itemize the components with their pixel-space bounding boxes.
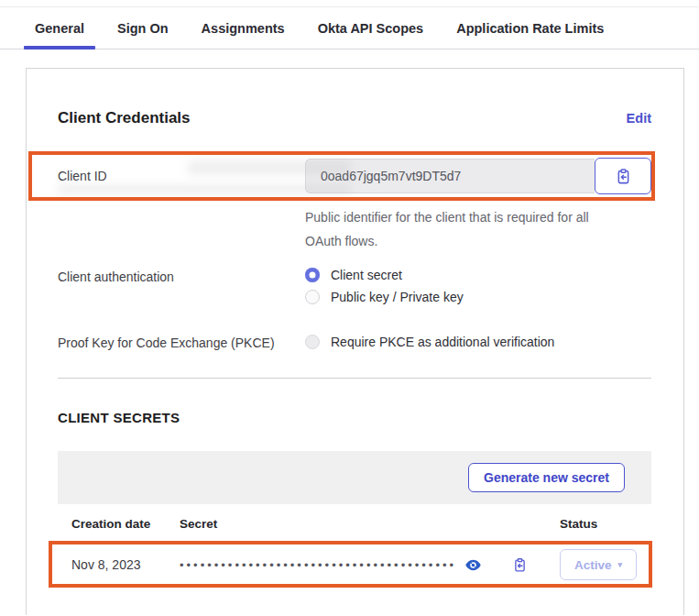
pkce-checkbox-option[interactable]: Require PKCE as additional verification	[305, 334, 554, 350]
caret-down-icon: ▾	[618, 560, 623, 569]
status-cell: Active ▾	[560, 549, 651, 580]
radio-selected-icon[interactable]	[305, 268, 320, 282]
reveal-secret-button[interactable]	[465, 559, 481, 571]
radio-unselected-icon[interactable]	[305, 290, 320, 304]
pkce-option-label: Require PKCE as additional verification	[331, 335, 554, 349]
section-divider	[58, 378, 651, 379]
status-dropdown-button[interactable]: Active ▾	[560, 549, 637, 580]
clipboard-copy-icon	[615, 168, 632, 185]
header-status: Status	[560, 517, 651, 531]
client-id-help-text: Public identifier for the client that is…	[305, 205, 628, 253]
header-secret: Secret	[180, 517, 560, 531]
table-row: Nov 8, 2023 ••••••••••••••••••••••••••••…	[58, 544, 651, 586]
client-credentials-header: Client Credentials Edit	[58, 109, 651, 127]
tab-assignments[interactable]: Assignments	[191, 21, 296, 49]
tab-sign-on[interactable]: Sign On	[106, 21, 180, 49]
pkce-row: Proof Key for Code Exchange (PKCE) Requi…	[58, 334, 651, 350]
edit-link[interactable]: Edit	[627, 111, 651, 126]
secret-creation-date: Nov 8, 2023	[71, 557, 180, 572]
client-authentication-row: Client authentication Client secret Publ…	[58, 268, 651, 304]
copy-secret-button[interactable]	[512, 557, 528, 573]
client-secrets-toolbar: Generate new secret	[58, 451, 651, 504]
client-authentication-label: Client authentication	[58, 270, 305, 304]
pkce-label: Proof Key for Code Exchange (PKCE)	[58, 336, 305, 350]
status-label: Active	[574, 558, 612, 572]
clipboard-copy-icon	[512, 557, 528, 573]
radio-public-private-key[interactable]: Public key / Private key	[305, 290, 464, 304]
app-tabbar: General Sign On Assignments Okta API Sco…	[0, 7, 699, 50]
client-id-value-field[interactable]: 0oad67jgq5m7vt9DT5d7	[305, 159, 595, 193]
masked-secret-value: ••••••••••••••••••••••••••••••••••••••••	[180, 558, 456, 572]
client-id-row: Client ID 0oad67jgq5m7vt9DT5d7	[58, 159, 651, 194]
tab-okta-api-scopes[interactable]: Okta API Scopes	[307, 21, 435, 49]
section-title: Client Credentials	[58, 109, 191, 127]
eye-icon	[465, 559, 481, 571]
checkbox-unchecked-icon[interactable]	[305, 335, 320, 349]
client-credentials-card: Client Credentials Edit Client ID 0oad67…	[26, 68, 684, 615]
secrets-table-header: Creation date Secret Status	[58, 504, 651, 544]
copy-client-id-button[interactable]	[595, 158, 651, 194]
tab-application-rate-limits[interactable]: Application Rate Limits	[445, 21, 615, 49]
client-id-input-group: 0oad67jgq5m7vt9DT5d7	[305, 159, 651, 194]
client-secrets-title: CLIENT SECRETS	[58, 410, 651, 425]
client-id-label: Client ID	[58, 169, 305, 183]
window-top-hairline	[0, 0, 699, 7]
secret-cell: ••••••••••••••••••••••••••••••••••••••••	[180, 557, 560, 573]
radio-client-secret-label: Client secret	[331, 268, 402, 282]
client-authentication-options: Client secret Public key / Private key	[305, 268, 464, 304]
tab-general[interactable]: General	[24, 21, 95, 49]
radio-public-private-key-label: Public key / Private key	[331, 290, 464, 304]
header-creation-date: Creation date	[71, 517, 180, 531]
radio-client-secret[interactable]: Client secret	[305, 268, 464, 282]
generate-new-secret-button[interactable]: Generate new secret	[468, 463, 625, 492]
